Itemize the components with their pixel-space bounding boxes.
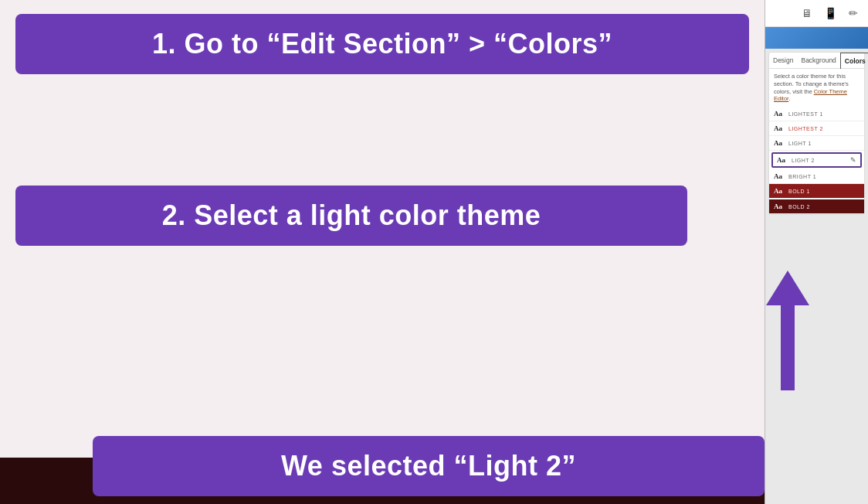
main-layout: 1. Go to “Edit Section” > “Colors” 2. Se… <box>0 0 868 504</box>
tab-colors[interactable]: Colors <box>840 53 868 69</box>
theme-light1[interactable]: Aa LIGHT 1 <box>769 136 864 151</box>
aa-swatch: Aa <box>774 172 785 180</box>
step2-text: 2. Select a light color theme <box>39 199 664 232</box>
arrow-stem <box>781 305 795 390</box>
aa-swatch: Aa <box>774 203 785 210</box>
theme-lightest1[interactable]: Aa LIGHTEST 1 <box>769 107 864 121</box>
theme-label: LIGHT 2 <box>792 158 815 163</box>
theme-label: LIGHT 1 <box>788 141 812 146</box>
pencil-icon[interactable]: ✏ <box>845 5 862 22</box>
aa-swatch: Aa <box>774 124 785 132</box>
aa-swatch: Aa <box>777 156 788 164</box>
panel-description: Select a color theme for this section. T… <box>769 69 864 107</box>
theme-lightest2[interactable]: Aa LIGHTEST 2 <box>769 121 864 136</box>
step1-text: 1. Go to “Edit Section” > “Colors” <box>39 28 726 60</box>
aa-swatch: Aa <box>774 139 785 147</box>
tablet-icon[interactable]: 📱 <box>822 5 839 22</box>
theme-label: BRIGHT 1 <box>788 174 816 179</box>
arrow-triangle <box>766 271 809 305</box>
theme-bold1[interactable]: Aa BOLD 1 <box>769 184 864 199</box>
theme-label: BOLD 1 <box>788 189 810 194</box>
aa-swatch: Aa <box>774 187 785 195</box>
theme-bold2[interactable]: Aa BOLD 2 <box>769 199 864 214</box>
step1-box: 1. Go to “Edit Section” > “Colors” <box>15 14 749 74</box>
tab-background[interactable]: Background <box>797 53 839 68</box>
color-theme-editor-link[interactable]: Color Theme Editor <box>774 88 847 103</box>
tab-design[interactable]: Design <box>769 53 797 68</box>
monitor-icon[interactable]: 🖥 <box>798 5 815 22</box>
theme-label: BOLD 2 <box>788 204 810 209</box>
panel-tabs: Design Background Colors <box>769 53 864 69</box>
blue-accent-bar <box>765 27 868 49</box>
theme-bright1[interactable]: Aa BRIGHT 1 <box>769 169 864 184</box>
step2-box: 2. Select a light color theme <box>15 186 687 246</box>
colors-panel: Design Background Colors Select a color … <box>768 52 865 215</box>
edit-icon[interactable]: ✎ <box>850 156 856 164</box>
step3-box: We selected “Light 2” <box>93 436 765 496</box>
theme-label: LIGHTEST 1 <box>788 111 823 117</box>
aa-swatch: Aa <box>774 110 785 117</box>
theme-light2[interactable]: Aa LIGHT 2 ✎ <box>771 152 862 168</box>
step3-text: We selected “Light 2” <box>116 450 741 482</box>
top-icons-bar: 🖥 📱 ✏ <box>765 0 868 27</box>
theme-label: LIGHTEST 2 <box>788 126 823 131</box>
arrow-indicator <box>765 271 811 390</box>
right-panel: 🖥 📱 ✏ Design Background Colors Select a … <box>765 0 868 504</box>
background-area <box>0 0 765 504</box>
